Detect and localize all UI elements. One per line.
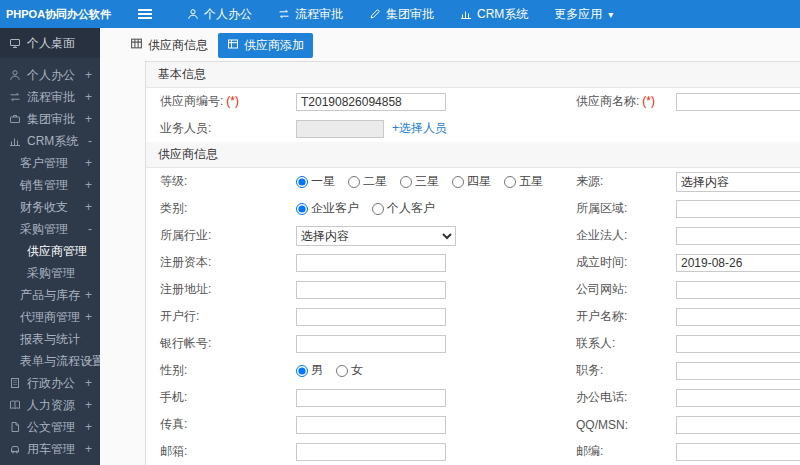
expand-icon[interactable]: +	[85, 68, 92, 82]
sidebar-item-hr[interactable]: 人力资源 +	[0, 394, 100, 416]
category-radio-company[interactable]: 企业客户	[296, 200, 359, 217]
menu-toggle-icon[interactable]	[138, 8, 152, 20]
sidebar-item-admin-office[interactable]: 行政办公 +	[0, 372, 100, 394]
expand-icon[interactable]: +	[85, 90, 92, 104]
sidebar-item-process-approval[interactable]: 流程审批 +	[0, 86, 100, 108]
tab-supplier-list[interactable]: 供应商信息	[130, 37, 208, 54]
nav-personal-office[interactable]: 个人办公	[174, 0, 265, 28]
nav-more-apps[interactable]: 更多应用 ▾	[541, 0, 626, 28]
sidebar-item-reports[interactable]: 报表与统计	[0, 328, 100, 350]
field-label: 性别:	[160, 363, 187, 377]
expand-icon[interactable]: +	[85, 420, 92, 434]
field-label: 所属行业:	[160, 228, 211, 242]
tab-supplier-add[interactable]: 供应商添加	[218, 33, 313, 58]
region-input[interactable]	[676, 200, 800, 218]
collapse-icon[interactable]: -	[88, 134, 92, 148]
website-input[interactable]	[676, 281, 800, 299]
source-select[interactable]: 选择内容	[676, 172, 800, 192]
field-label: 联系人:	[576, 336, 615, 350]
expand-icon[interactable]: +	[85, 112, 92, 126]
expand-icon[interactable]: +	[85, 442, 92, 456]
sidebar-item-sales-mgmt[interactable]: 销售管理 +	[0, 174, 100, 196]
mobile-input[interactable]	[296, 389, 446, 407]
registered-capital-input[interactable]	[296, 254, 446, 272]
table-icon	[227, 38, 239, 53]
sidebar-item-supplier-mgmt[interactable]: 供应商管理	[0, 240, 100, 262]
sidebar-item-document-mgmt[interactable]: 公文管理 +	[0, 416, 100, 438]
sidebar-item-desktop[interactable]: 个人桌面	[0, 28, 100, 58]
monitor-icon	[9, 37, 21, 49]
fax-input[interactable]	[296, 416, 446, 434]
expand-icon[interactable]: +	[85, 200, 92, 214]
field-label: 传真:	[160, 417, 187, 431]
form-row-code-name: 供应商编号:(*) 供应商名称:(*)	[146, 88, 800, 115]
nav-process-approval[interactable]: 流程审批	[265, 0, 356, 28]
contact-input[interactable]	[676, 335, 800, 353]
expand-icon[interactable]: +	[85, 398, 92, 412]
supplier-code-input[interactable]	[296, 93, 446, 111]
field-label: 开户名称:	[576, 309, 627, 323]
nav-crm[interactable]: CRM系统	[447, 0, 541, 28]
zip-code-input[interactable]	[676, 443, 800, 461]
form-row-bank-bankname: 开户行: 开户名称:	[146, 303, 800, 330]
legal-person-input[interactable]	[676, 227, 800, 245]
bank-account-input[interactable]	[296, 335, 446, 353]
topbar: PHPOA协同办公软件 个人办公 流程审批 集团审批 CRM系统	[0, 0, 800, 28]
sidebar-item-purchasing[interactable]: 采购管理	[0, 262, 100, 284]
form-row-account-contact: 银行帐号: 联系人:	[146, 330, 800, 357]
field-label: 类别:	[160, 201, 187, 215]
form-row-regaddr-website: 注册地址: 公司网站:	[146, 276, 800, 303]
bank-input[interactable]	[296, 308, 446, 326]
expand-icon[interactable]: +	[85, 354, 92, 368]
nav-label: 更多应用	[554, 6, 602, 23]
level-radio-3[interactable]: 三星	[400, 173, 439, 190]
expand-icon[interactable]: +	[85, 310, 92, 324]
gender-radio-male[interactable]: 男	[296, 362, 323, 379]
sidebar-item-vehicle-mgmt[interactable]: 用车管理 +	[0, 438, 100, 460]
expand-icon[interactable]: +	[85, 178, 92, 192]
sidebar-item-form-flow-settings[interactable]: 表单与流程设置 +	[0, 350, 100, 372]
business-person-input[interactable]	[296, 120, 384, 138]
level-radio-1[interactable]: 一星	[296, 173, 335, 190]
sidebar-item-agent-mgmt[interactable]: 代理商管理 +	[0, 306, 100, 328]
gender-radio-female[interactable]: 女	[336, 362, 363, 379]
field-label: 职务:	[576, 363, 603, 377]
sidebar-item-crm[interactable]: CRM系统 -	[0, 130, 100, 152]
field-label: 邮编:	[576, 444, 603, 458]
sidebar-item-group-approval[interactable]: 集团审批 +	[0, 108, 100, 130]
sidebar-item-archive-mgmt[interactable]: 档案管理 +	[0, 460, 100, 465]
level-radio-2[interactable]: 二星	[348, 173, 387, 190]
email-input[interactable]	[296, 443, 446, 461]
registered-address-input[interactable]	[296, 281, 446, 299]
industry-select[interactable]: 选择内容	[296, 226, 456, 246]
sidebar-item-personal-office[interactable]: 个人办公 +	[0, 64, 100, 86]
gender-radio-group: 男 女	[296, 362, 376, 379]
job-title-input[interactable]	[676, 362, 800, 380]
choose-person-link[interactable]: +选择人员	[392, 120, 447, 137]
car-icon	[9, 443, 21, 455]
field-label: 注册资本:	[160, 255, 211, 269]
form-row-capital-founded: 注册资本: 成立时间:	[146, 249, 800, 276]
office-phone-input[interactable]	[676, 389, 800, 407]
sidebar-item-product-inventory[interactable]: 产品与库存 +	[0, 284, 100, 306]
qq-msn-input[interactable]	[676, 416, 800, 434]
main-content: 供应商信息 供应商添加 基本信息 供应商编号:(*) 供应商名称:(*) 业务人…	[100, 28, 800, 465]
field-label: 开户行:	[160, 309, 199, 323]
sidebar-item-customer-mgmt[interactable]: 客户管理 +	[0, 152, 100, 174]
expand-icon[interactable]: +	[85, 288, 92, 302]
collapse-icon[interactable]: -	[88, 222, 92, 236]
category-radio-personal[interactable]: 个人客户	[372, 200, 435, 217]
level-radio-4[interactable]: 四星	[452, 173, 491, 190]
sidebar-menu: 个人办公 + 流程审批 + 集团审批 + CRM系统 - 客户管理 + 销售管理…	[0, 64, 100, 465]
expand-icon[interactable]: +	[85, 376, 92, 390]
nav-group-approval[interactable]: 集团审批	[356, 0, 447, 28]
expand-icon[interactable]: +	[85, 156, 92, 170]
supplier-name-input[interactable]	[676, 93, 800, 111]
nav-label: 流程审批	[295, 6, 343, 23]
bank-account-name-input[interactable]	[676, 308, 800, 326]
level-radio-5[interactable]: 五星	[504, 173, 543, 190]
sidebar-item-finance[interactable]: 财务收支 +	[0, 196, 100, 218]
founded-date-input[interactable]	[676, 254, 800, 272]
category-radio-group: 企业客户 个人客户	[296, 200, 448, 217]
sidebar-item-purchase-mgmt[interactable]: 采购管理 -	[0, 218, 100, 240]
